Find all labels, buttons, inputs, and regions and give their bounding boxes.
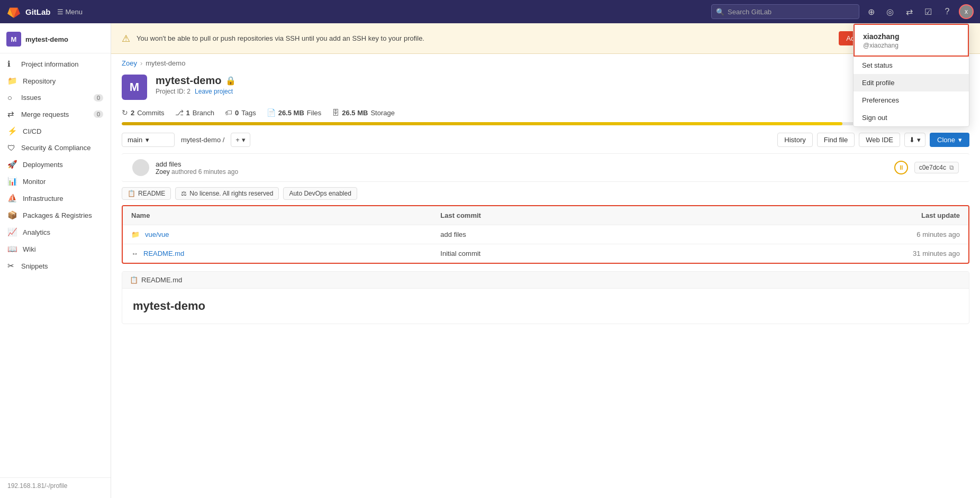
project-subtitle: Project ID: 2 Leave project [156, 88, 858, 95]
branch-chevron: ▾ [146, 136, 149, 144]
copy-icon[interactable]: ⧉ [949, 164, 954, 171]
sidebar-item-cicd[interactable]: ⚡ CI/CD [0, 123, 111, 140]
deployments-icon: 🚀 [7, 160, 17, 169]
main-layout: M mytest-demo ℹ Project information 📁 Re… [0, 23, 980, 498]
user-avatar-button[interactable]: x [959, 4, 974, 19]
gitlab-logo[interactable]: GitLab [6, 4, 51, 19]
sidebar-project-name: mytest-demo [25, 35, 68, 43]
sidebar-project-header: M mytest-demo [0, 27, 111, 53]
sign-out-item[interactable]: Sign out [854, 109, 969, 126]
preferences-item[interactable]: Preferences [854, 91, 969, 109]
table-row: 📁 vue/vue add files 6 minutes ago [123, 225, 968, 244]
project-info: mytest-demo 🔒 Project ID: 2 Leave projec… [156, 75, 858, 95]
create-button[interactable]: ⊕ [864, 4, 878, 19]
issues-badge: 0 [94, 94, 103, 102]
commits-icon: ↻ [122, 108, 128, 117]
sidebar-item-infrastructure[interactable]: ⛵ Infrastructure [0, 190, 111, 207]
web-ide-button[interactable]: Web IDE [859, 133, 900, 147]
breadcrumb-parent[interactable]: Zoey [122, 59, 137, 67]
files-icon: 📄 [267, 108, 276, 117]
col-commit: Last commit [432, 206, 686, 225]
commit-author: Zoey [156, 168, 170, 176]
file-last-commit-vue: add files [432, 225, 686, 244]
commits-stat[interactable]: ↻ 2 Commits [122, 108, 165, 117]
sidebar-item-security-compliance[interactable]: 🛡 Security & Compliance [0, 140, 111, 156]
menu-button[interactable]: ☰ Menu [57, 8, 83, 16]
download-button[interactable]: ⬇ ▾ [904, 133, 925, 147]
clone-button[interactable]: Clone ▾ [930, 133, 969, 147]
readme-content: mytest-demo [122, 289, 969, 324]
storage-stat: 🗄 26.5 MB Storage [332, 108, 395, 117]
readme-badge[interactable]: 📋 README [122, 187, 171, 200]
branch-stat[interactable]: ⎇ 1 Branch [175, 108, 214, 117]
storage-icon: 🗄 [332, 108, 339, 117]
add-file-button[interactable]: + ▾ [231, 133, 250, 147]
sidebar-item-snippets[interactable]: ✂ Snippets [0, 257, 111, 274]
download-chevron: ▾ [917, 136, 921, 144]
pipeline-status-icon[interactable]: ⏸ [894, 161, 908, 174]
project-info-icon: ℹ [7, 59, 16, 69]
tags-stat[interactable]: 🏷 0 Tags [225, 108, 256, 117]
sidebar-item-packages-registries[interactable]: 📦 Packages & Registries [0, 207, 111, 224]
leave-project-link[interactable]: Leave project [195, 88, 233, 95]
stats-row: ↻ 2 Commits ⎇ 1 Branch 🏷 0 Tags 📄 26.5 M… [111, 106, 980, 122]
files-size: 26.5 MB [278, 109, 304, 117]
sidebar-item-monitor[interactable]: 📊 Monitor [0, 173, 111, 190]
devops-badge[interactable]: Auto DevOps enabled [283, 187, 357, 200]
menu-label: Menu [66, 8, 83, 16]
wiki-icon: 📖 [7, 244, 17, 254]
commit-message[interactable]: add files [156, 160, 888, 168]
license-badge[interactable]: ⚖ No license. All rights reserved [175, 187, 279, 200]
merge-request-icon-btn[interactable]: ⇄ [902, 4, 917, 19]
readme-badge-label: README [138, 190, 165, 197]
devops-badge-label: Auto DevOps enabled [289, 190, 351, 197]
project-name: mytest-demo [156, 75, 221, 87]
history-button[interactable]: History [777, 133, 812, 147]
sidebar-item-issues[interactable]: ○ Issues 0 [0, 89, 111, 106]
sidebar-item-repository[interactable]: 📁 Repository [0, 72, 111, 89]
branch-label: Branch [193, 109, 214, 117]
sidebar-item-merge-requests[interactable]: ⇄ Merge requests 0 [0, 106, 111, 123]
file-last-update-vue: 6 minutes ago [686, 225, 968, 244]
project-title-row: mytest-demo 🔒 [156, 75, 858, 87]
find-file-button[interactable]: Find file [817, 133, 855, 147]
dropdown-handle: @xiaozhang [863, 42, 959, 49]
packages-icon: 📦 [7, 210, 17, 220]
analytics-icon: 📈 [7, 227, 17, 237]
issues-icon-btn[interactable]: ◎ [883, 4, 897, 19]
progress-bar-fill [122, 122, 842, 125]
progress-bar-container [122, 122, 969, 125]
breadcrumb-separator: › [140, 59, 142, 67]
search-bar[interactable]: 🔍 Search GitLab [711, 4, 859, 19]
file-last-commit-readme: Initial commit [432, 244, 686, 263]
merge-requests-icon: ⇄ [7, 109, 16, 119]
sidebar-project-avatar: M [6, 32, 21, 47]
folder-icon: 📁 [131, 230, 140, 238]
file-name-cell[interactable]: 📁 vue/vue [123, 225, 432, 244]
sidebar: M mytest-demo ℹ Project information 📁 Re… [0, 23, 111, 498]
help-icon-btn[interactable]: ? [940, 4, 955, 19]
license-icon: ⚖ [181, 190, 187, 197]
sidebar-item-deployments[interactable]: 🚀 Deployments [0, 156, 111, 173]
commit-author-avatar [132, 159, 149, 176]
sidebar-label-wiki: Wiki [23, 245, 36, 253]
readme-file-icon: ↔ [131, 250, 138, 257]
sidebar-footer: 192.168.1.81/-/profile [0, 477, 111, 494]
sidebar-item-analytics[interactable]: 📈 Analytics [0, 224, 111, 241]
edit-profile-item[interactable]: Edit profile [854, 74, 969, 91]
readme-header: 📋 README.md [122, 272, 969, 289]
branch-selector[interactable]: main ▾ [122, 133, 175, 147]
file-name-readme-cell[interactable]: ↔ README.md [123, 244, 432, 263]
files-stat: 📄 26.5 MB Files [267, 108, 322, 117]
breadcrumb: Zoey › mytest-demo [111, 54, 980, 67]
sidebar-item-project-information[interactable]: ℹ Project information [0, 56, 111, 72]
user-dropdown-header: xiaozhang @xiaozhang [854, 24, 969, 57]
todo-icon-btn[interactable]: ☑ [921, 4, 936, 19]
search-placeholder: Search GitLab [728, 8, 772, 16]
readme-icon: 📋 [128, 190, 135, 197]
sidebar-label-snippets: Snippets [21, 262, 48, 270]
sidebar-item-wiki[interactable]: 📖 Wiki [0, 241, 111, 257]
repo-path: mytest-demo / [179, 133, 226, 146]
set-status-item[interactable]: Set status [854, 57, 969, 74]
file-name-readme: README.md [143, 250, 184, 257]
